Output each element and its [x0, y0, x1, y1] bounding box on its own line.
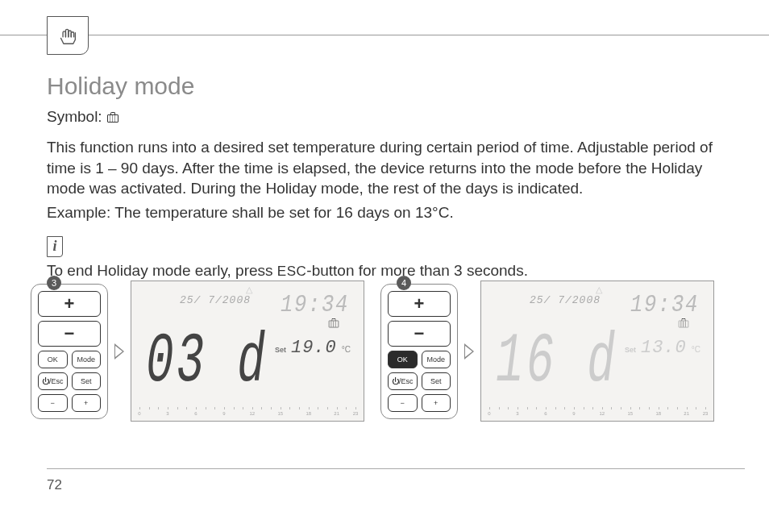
plus-button[interactable]: + — [388, 291, 451, 317]
figure-step-3: 3 + − OK Mode ⏻/Esc Set − + △ 25/ 7/2008… — [31, 281, 364, 422]
top-rule — [0, 35, 769, 35]
lcd-hour-ruler: 03691215182123 — [489, 406, 705, 416]
small-plus-button[interactable]: + — [422, 394, 451, 412]
ruler-label: 6 — [194, 411, 197, 416]
temperature-unit: °C — [692, 345, 700, 354]
page-title: Holiday mode — [47, 73, 745, 100]
lcd-date: 25/ 7/2008 — [530, 294, 601, 306]
ruler-label: 12 — [599, 411, 605, 416]
minus-button[interactable]: − — [38, 321, 101, 347]
ruler-label: 18 — [655, 411, 661, 416]
ruler-label: 15 — [627, 411, 633, 416]
example-line: Example: The temperature shall be set fo… — [47, 202, 745, 223]
set-button[interactable]: Set — [422, 372, 451, 390]
suitcase-icon — [679, 321, 689, 328]
symbol-label: Symbol: — [47, 108, 102, 126]
tip-line: To end Holiday mode early, press ESC-but… — [47, 262, 745, 280]
ruler-label: 15 — [277, 411, 283, 416]
ruler-label: 21 — [684, 411, 689, 416]
set-label: Set — [275, 346, 286, 354]
ruler-label: 12 — [249, 411, 255, 416]
figure-step-4: 4 + − OK Mode ⏻/Esc Set − + △ 25/ 7/2008… — [380, 281, 714, 422]
chevron-right-icon — [464, 343, 474, 360]
tip-pre: To end Holiday mode early, press — [47, 262, 277, 279]
step-badge: 3 — [47, 276, 61, 290]
ruler-label: 18 — [306, 411, 311, 416]
info-icon: i — [47, 236, 63, 257]
ruler-label: 3 — [516, 411, 518, 416]
chevron-right-icon — [114, 343, 124, 360]
keypad: + − OK Mode ⏻/Esc Set − + — [380, 284, 458, 419]
ruler-label: 0 — [138, 411, 140, 416]
ok-button[interactable]: OK — [388, 351, 418, 368]
keypad: + − OK Mode ⏻/Esc Set − + — [31, 284, 108, 419]
ruler-label: 9 — [222, 411, 225, 416]
mode-button[interactable]: Mode — [422, 351, 451, 368]
page-number: 72 — [47, 477, 62, 493]
lcd-time: 19:34 — [630, 291, 699, 318]
ruler-label: 21 — [334, 411, 339, 416]
symbol-line: Symbol: — [47, 108, 745, 126]
description-paragraph: This function runs into a desired set te… — [47, 137, 745, 199]
small-minus-button[interactable]: − — [38, 394, 68, 412]
lcd-days-value: 16 d — [496, 327, 617, 397]
tip-post: -button for more than 3 seconds. — [306, 262, 528, 279]
suitcase-icon — [329, 321, 339, 328]
ruler-label: 23 — [703, 411, 709, 416]
esc-word: ESC — [277, 264, 306, 279]
lcd-hour-ruler: 03691215182123 — [139, 406, 355, 416]
ruler-label: 3 — [166, 411, 168, 416]
lcd-display: △ 25/ 7/2008 19:34 Set 13.0 °C 16 d 0369… — [480, 281, 714, 422]
set-temperature: 19.0 — [291, 338, 337, 358]
lcd-display: △ 25/ 7/2008 19:34 Set 19.0 °C 03 d 0369… — [131, 281, 364, 422]
temperature-unit: °C — [342, 345, 351, 354]
ruler-label: 6 — [544, 411, 547, 416]
suitcase-icon — [107, 114, 118, 123]
ok-button[interactable]: OK — [38, 351, 68, 368]
ruler-label: 0 — [488, 411, 490, 416]
ruler-label: 9 — [572, 411, 575, 416]
small-minus-button[interactable]: − — [388, 394, 418, 412]
set-button[interactable]: Set — [72, 372, 102, 390]
lcd-days-value: 03 d — [146, 327, 268, 397]
plus-button[interactable]: + — [38, 291, 101, 317]
lcd-time: 19:34 — [281, 291, 349, 318]
lcd-date: 25/ 7/2008 — [180, 294, 251, 306]
ruler-label: 23 — [353, 411, 359, 416]
bottom-rule — [47, 468, 745, 469]
step-badge: 4 — [397, 276, 411, 290]
esc-button[interactable]: ⏻/Esc — [38, 372, 68, 390]
hand-icon — [47, 16, 89, 55]
set-temperature: 13.0 — [641, 338, 687, 358]
small-plus-button[interactable]: + — [72, 394, 102, 412]
esc-button[interactable]: ⏻/Esc — [388, 372, 418, 390]
set-label: Set — [625, 346, 636, 354]
minus-button[interactable]: − — [388, 321, 451, 347]
mode-button[interactable]: Mode — [72, 351, 102, 368]
